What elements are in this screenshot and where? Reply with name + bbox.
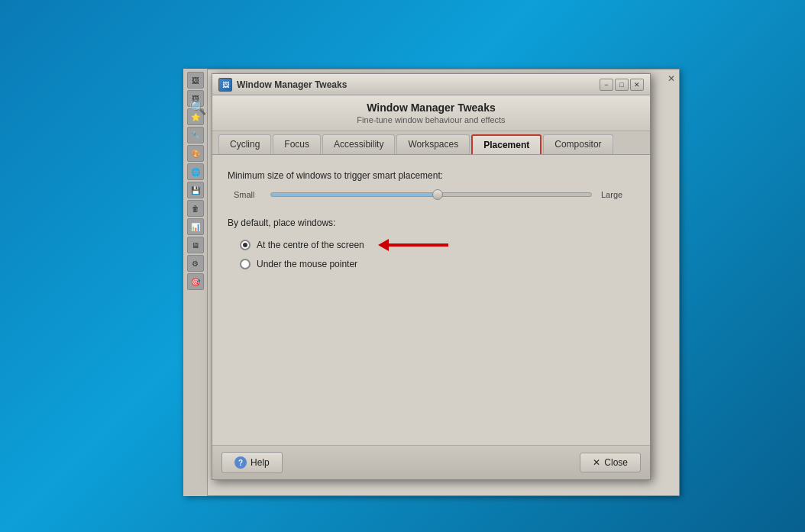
restore-button[interactable]: □ (615, 79, 629, 91)
slider-track[interactable] (270, 192, 592, 197)
tab-compositor[interactable]: Compositor (543, 134, 613, 154)
slider-container: Small Large (228, 190, 635, 199)
dialog-window: 🖼 Window Manager Tweaks − □ ✕ Window Man… (212, 73, 651, 480)
bg-close-btn[interactable]: ✕ (668, 73, 675, 84)
help-button[interactable]: ? Help (221, 452, 283, 473)
sidebar-icon-10: 🖥 (187, 237, 204, 253)
sidebar-icon-12: 🎯 (187, 273, 204, 290)
app-icon: 🖼 (218, 78, 232, 92)
tab-accessibility[interactable]: Accessibility (322, 134, 395, 154)
tab-workspaces[interactable]: Workspaces (396, 134, 470, 154)
close-icon: ✕ (593, 457, 600, 468)
radio-option-centre[interactable]: At the centre of the screen (240, 239, 635, 251)
titlebar-title: Window Manager Tweaks (237, 79, 347, 90)
sidebar-icon-5: 🎨 (187, 145, 204, 162)
radio-label-mouse: Under the mouse pointer (257, 259, 357, 269)
sidebar-icon-9: 📊 (187, 218, 204, 235)
titlebar: 🖼 Window Manager Tweaks − □ ✕ (212, 74, 650, 95)
radio-btn-mouse[interactable] (240, 259, 251, 269)
radio-group: At the centre of the screen Under the mo… (228, 239, 635, 269)
slider-min-label: Small (234, 190, 261, 199)
tab-placement[interactable]: Placement (471, 134, 542, 154)
close-window-button[interactable]: ✕ (630, 79, 644, 91)
titlebar-buttons: − □ ✕ (600, 79, 644, 91)
close-button[interactable]: ✕ Close (580, 453, 641, 472)
slider-max-label: Large (601, 190, 629, 199)
tab-cycling[interactable]: Cycling (218, 134, 271, 154)
help-label: Help (251, 457, 270, 468)
radio-option-mouse[interactable]: Under the mouse pointer (240, 259, 635, 269)
slider-thumb[interactable] (432, 189, 443, 200)
dialog-footer: ? Help ✕ Close (212, 445, 650, 479)
sidebar: 🖼 🖼 ⭐ 🔧 🎨 🌐 💾 🗑 📊 🖥 ⚙ 🎯 (183, 69, 208, 496)
slider-section-label: Minimum size of windows to trigger smart… (228, 170, 635, 181)
sidebar-icon-7: 💾 (187, 182, 204, 198)
dialog-header-subtitle: Fine-tune window behaviour and effects (221, 115, 641, 124)
arrow-line (387, 243, 448, 247)
help-icon: ? (234, 456, 247, 469)
tab-bar: Cycling Focus Accessibility Workspaces P… (212, 131, 650, 155)
tab-focus[interactable]: Focus (273, 134, 321, 154)
sidebar-icon-4: 🔧 (187, 127, 204, 143)
dialog-header: Window Manager Tweaks Fine-tune window b… (212, 95, 650, 131)
minimize-button[interactable]: − (600, 79, 613, 91)
red-arrow-indicator (378, 239, 448, 251)
dialog-content: Minimum size of windows to trigger smart… (212, 155, 650, 445)
sidebar-icon-6: 🌐 (187, 163, 204, 180)
dialog-header-title: Window Manager Tweaks (221, 102, 641, 114)
placement-section-label: By default, place windows: (228, 218, 635, 228)
sidebar-icon-8: 🗑 (187, 200, 204, 217)
sidebar-icon-1: 🖼 (187, 72, 204, 89)
radio-btn-centre[interactable] (240, 240, 251, 250)
radio-label-centre: At the centre of the screen (257, 240, 364, 250)
close-label: Close (604, 457, 628, 468)
titlebar-left: 🖼 Window Manager Tweaks (218, 78, 347, 92)
magnifier-icon: 🔍 (189, 99, 206, 116)
sidebar-icon-11: ⚙ (187, 255, 204, 272)
